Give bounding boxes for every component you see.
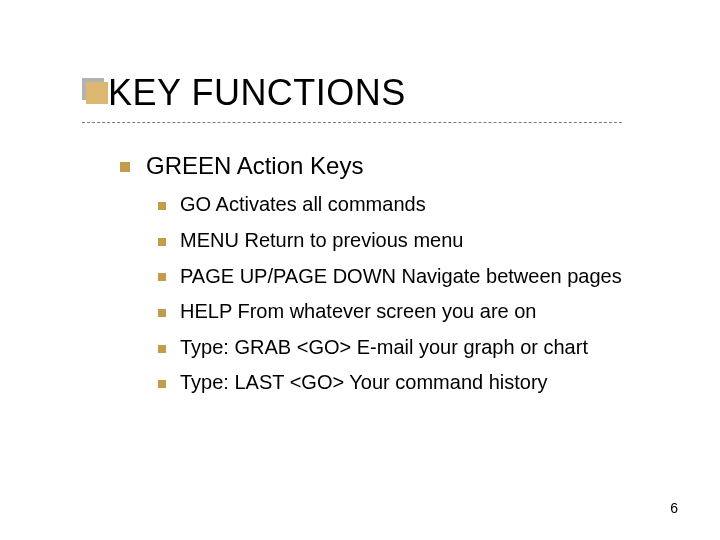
square-bullet-icon <box>158 273 166 281</box>
square-bullet-icon <box>158 238 166 246</box>
title-underline <box>82 122 622 123</box>
square-bullet-icon <box>158 202 166 210</box>
list-item-text: PAGE UP/PAGE DOWN Navigate between pages <box>180 264 622 290</box>
bullet-level1: GREEN Action Keys <box>120 150 680 182</box>
square-bullet-icon <box>158 345 166 353</box>
list-item: Type: LAST <GO> Your command history <box>158 370 680 396</box>
list-item: PAGE UP/PAGE DOWN Navigate between pages <box>158 264 680 290</box>
title-accent-icon <box>82 78 104 100</box>
list-item: MENU Return to previous menu <box>158 228 680 254</box>
bullet-level2-list: GO Activates all commands MENU Return to… <box>120 192 680 396</box>
content-area: GREEN Action Keys GO Activates all comma… <box>120 150 680 406</box>
square-bullet-icon <box>158 309 166 317</box>
list-item-text: GO Activates all commands <box>180 192 426 218</box>
list-item-text: Type: LAST <GO> Your command history <box>180 370 548 396</box>
slide: KEY FUNCTIONS GREEN Action Keys GO Activ… <box>0 0 720 540</box>
list-item-text: Type: GRAB <GO> E-mail your graph or cha… <box>180 335 588 361</box>
page-number: 6 <box>670 500 678 516</box>
list-item: HELP From whatever screen you are on <box>158 299 680 325</box>
list-item-text: HELP From whatever screen you are on <box>180 299 536 325</box>
list-item: Type: GRAB <GO> E-mail your graph or cha… <box>158 335 680 361</box>
square-bullet-icon <box>120 162 130 172</box>
square-bullet-icon <box>158 380 166 388</box>
list-item-text: MENU Return to previous menu <box>180 228 463 254</box>
slide-title: KEY FUNCTIONS <box>108 72 406 114</box>
sub-heading-text: GREEN Action Keys <box>146 150 363 182</box>
list-item: GO Activates all commands <box>158 192 680 218</box>
